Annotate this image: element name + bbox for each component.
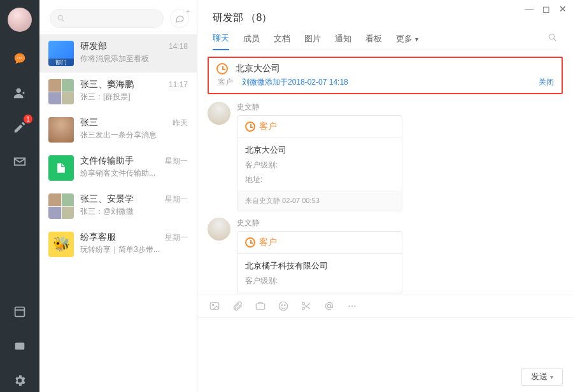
card-icon[interactable] xyxy=(255,300,266,312)
svg-point-1 xyxy=(19,57,20,59)
send-button[interactable]: 发送▾ xyxy=(521,368,563,386)
message-input[interactable] xyxy=(197,317,573,363)
nav-settings-icon[interactable] xyxy=(8,369,31,392)
svg-point-3 xyxy=(17,88,21,93)
svg-point-12 xyxy=(281,305,283,306)
nav-mail-icon[interactable] xyxy=(8,150,31,173)
conversation-item[interactable]: 文件传输助手星期一纷享销客文件传输助... xyxy=(39,149,197,187)
message-sender: 史文静 xyxy=(237,218,402,228)
conversation-avatar xyxy=(48,117,74,143)
conversation-item[interactable]: 部门研发部14:18你将消息添加至看板 xyxy=(39,34,197,73)
notice-close-button[interactable]: 关闭 xyxy=(539,77,554,88)
tab-chat[interactable]: 聊天 xyxy=(213,32,229,50)
conversation-preview: 你将消息添加至看板 xyxy=(80,53,188,64)
new-chat-button[interactable] xyxy=(170,9,189,28)
send-row: 发送▾ xyxy=(197,363,573,392)
chevron-down-icon: ▾ xyxy=(415,36,418,43)
conversation-name: 张三 xyxy=(80,117,98,129)
conversation-name: 张三、窦海鹏 xyxy=(80,79,134,90)
scissors-icon[interactable] xyxy=(301,300,312,312)
svg-point-11 xyxy=(279,302,288,311)
more-icon[interactable] xyxy=(346,300,358,312)
conversation-item[interactable]: 张三昨天张三发出一条分享消息 xyxy=(39,111,197,149)
nav-app-icon[interactable] xyxy=(8,300,31,323)
clock-icon xyxy=(245,122,255,132)
conversation-name: 文件传输助手 xyxy=(80,155,134,167)
conversation-item[interactable]: 张三、窦海鹏11:17张三：[群投票] xyxy=(39,73,197,111)
customer-card[interactable]: 客户北京大公司客户级别:地址:来自史文静 02-07 00:53 xyxy=(237,115,402,211)
speech-bubble-icon xyxy=(174,13,185,24)
chevron-down-icon: ▾ xyxy=(550,374,553,381)
conversation-preview: 纷享销客文件传输助... xyxy=(80,168,188,179)
svg-point-9 xyxy=(213,304,214,305)
tab-docs[interactable]: 文档 xyxy=(274,33,290,50)
user-avatar[interactable] xyxy=(8,8,32,32)
conversation-name: 研发部 xyxy=(80,41,107,52)
nav-contacts-icon[interactable] xyxy=(8,81,31,104)
nav-pin-icon[interactable] xyxy=(8,335,31,358)
conversation-item[interactable]: 🐝纷享客服星期一玩转纷享｜简单3步带... xyxy=(39,225,197,263)
conversation-avatar: 🐝 xyxy=(48,232,74,257)
nav-rail: 1 xyxy=(0,0,39,392)
notice-tag: 客户 xyxy=(218,77,233,88)
image-icon[interactable] xyxy=(209,300,220,312)
at-icon[interactable] xyxy=(323,300,335,312)
message: 史文静客户北京大公司客户级别:地址:来自史文静 02-07 00:53 xyxy=(208,102,563,211)
svg-point-7 xyxy=(549,34,555,39)
conversation-time: 14:18 xyxy=(169,42,188,51)
attach-icon[interactable] xyxy=(232,300,243,312)
pinned-notice: 北京大公司 客户 刘微微添加于2018-02-07 14:18 关闭 xyxy=(208,57,563,94)
clock-icon xyxy=(245,237,255,248)
chat-title: 研发部 （8） xyxy=(213,11,558,25)
window-controls: — ◻ ✕ xyxy=(525,4,567,14)
message-sender: 史文静 xyxy=(237,102,402,113)
conversation-time: 星期一 xyxy=(165,232,188,243)
svg-point-13 xyxy=(285,305,286,306)
svg-rect-10 xyxy=(256,304,265,309)
tab-notify[interactable]: 通知 xyxy=(335,33,351,50)
message-list: 史文静客户北京大公司客户级别:地址:来自史文静 02-07 00:53史文静客户… xyxy=(197,99,573,295)
svg-point-15 xyxy=(302,307,305,310)
search-row xyxy=(39,0,197,34)
chat-search-icon[interactable] xyxy=(548,32,558,50)
svg-point-14 xyxy=(302,302,305,305)
conversation-item[interactable]: 张三、安景学星期一张三：@刘微微 xyxy=(39,187,197,225)
svg-point-2 xyxy=(21,57,22,59)
conversation-avatar xyxy=(48,79,74,104)
tab-board[interactable]: 看板 xyxy=(365,33,382,50)
tab-images[interactable]: 图片 xyxy=(304,33,321,50)
conversation-avatar xyxy=(48,155,74,181)
tab-more[interactable]: 更多 ▾ xyxy=(396,33,418,50)
customer-card[interactable]: 客户北京橘子科技有限公司客户级别: xyxy=(237,231,402,293)
tab-members[interactable]: 成员 xyxy=(243,33,260,50)
conversation-time: 昨天 xyxy=(173,118,188,129)
message: 史文静客户北京橘子科技有限公司客户级别: xyxy=(208,218,563,293)
maximize-button[interactable]: ◻ xyxy=(542,4,550,14)
app-root: 1 部门研发部14:18你将消息添加至看板张三、窦海鹏11:17张三：[群投票]… xyxy=(0,0,573,392)
conversation-preview: 张三：[群投票] xyxy=(80,92,188,102)
svg-rect-5 xyxy=(15,343,25,350)
conversation-name: 纷享客服 xyxy=(80,232,116,243)
conversation-avatar: 部门 xyxy=(48,41,74,66)
svg-point-18 xyxy=(351,305,353,307)
emoji-icon[interactable] xyxy=(278,300,289,312)
nav-compose-icon[interactable]: 1 xyxy=(8,116,31,139)
input-toolbar xyxy=(197,295,573,317)
svg-point-0 xyxy=(17,57,18,59)
conversation-time: 11:17 xyxy=(169,80,188,89)
minimize-button[interactable]: — xyxy=(525,4,534,14)
conversation-preview: 张三：@刘微微 xyxy=(80,206,188,217)
search-input[interactable] xyxy=(50,9,164,28)
chat-header: 研发部 （8） 聊天 成员 文档 图片 通知 看板 更多 ▾ xyxy=(197,0,573,50)
svg-point-6 xyxy=(58,15,62,20)
conversation-time: 星期一 xyxy=(165,156,188,167)
close-button[interactable]: ✕ xyxy=(559,4,567,14)
notice-desc: 刘微微添加于2018-02-07 14:18 xyxy=(242,77,530,88)
card-company: 北京橘子科技有限公司 xyxy=(245,260,394,272)
conversation-list-panel: 部门研发部14:18你将消息添加至看板张三、窦海鹏11:17张三：[群投票]张三… xyxy=(39,0,197,392)
conversation-preview: 玩转纷享｜简单3步带... xyxy=(80,244,188,255)
card-header: 客户 xyxy=(237,232,402,254)
svg-point-19 xyxy=(354,305,355,307)
nav-chat-icon[interactable] xyxy=(8,47,31,70)
card-level: 客户级别: xyxy=(245,276,394,286)
